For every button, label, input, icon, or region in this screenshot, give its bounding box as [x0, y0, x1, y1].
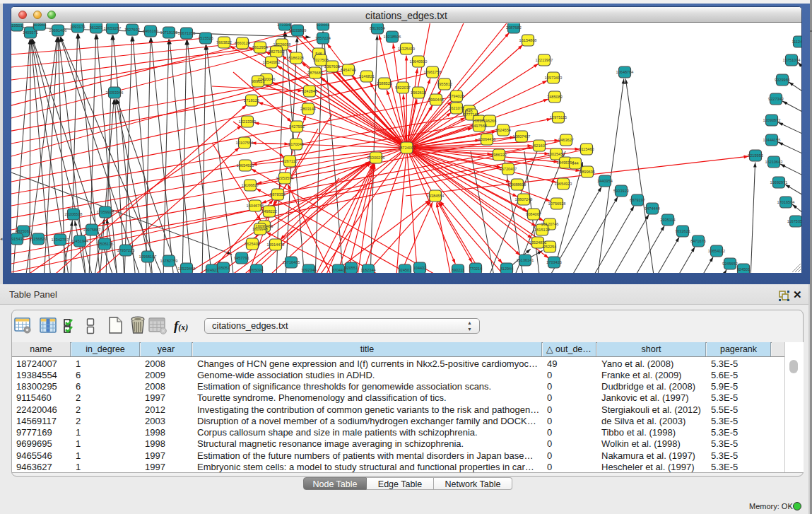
svg-text:7857224: 7857224 [315, 36, 331, 40]
svg-text:3267110: 3267110 [282, 159, 297, 163]
svg-text:9245652: 9245652 [722, 262, 738, 266]
svg-text:1733426: 1733426 [546, 260, 562, 264]
svg-text:104432: 104432 [413, 266, 427, 270]
svg-text:10671355: 10671355 [178, 31, 196, 35]
svg-text:12342757: 12342757 [52, 238, 69, 242]
svg-text:8813054: 8813054 [370, 26, 385, 30]
svg-text:9242848: 9242848 [302, 89, 317, 93]
svg-text:1615132: 1615132 [534, 228, 550, 232]
svg-text:7485083: 7485083 [547, 95, 563, 99]
svg-text:9227343: 9227343 [768, 97, 784, 101]
svg-text:8215953: 8215953 [748, 153, 763, 158]
svg-text:252254: 252254 [543, 245, 557, 249]
svg-text:11451944: 11451944 [71, 239, 88, 243]
svg-text:16154808: 16154808 [519, 38, 537, 42]
svg-text:16961758: 16961758 [424, 70, 442, 74]
svg-text:2803144: 2803144 [300, 107, 316, 111]
svg-text:19218506: 19218506 [384, 35, 401, 39]
svg-text:924501: 924501 [737, 267, 751, 271]
svg-text:11325419: 11325419 [398, 47, 415, 51]
svg-text:19975887: 19975887 [83, 228, 101, 232]
svg-text:13640910: 13640910 [410, 59, 428, 64]
svg-text:6466160: 6466160 [143, 29, 158, 33]
svg-text:8427552: 8427552 [289, 124, 305, 129]
svg-text:961203: 961203 [90, 25, 103, 30]
svg-text:12093872: 12093872 [763, 118, 781, 122]
svg-text:9084067: 9084067 [526, 212, 541, 216]
svg-text:203941: 203941 [33, 23, 47, 27]
svg-text:10107554: 10107554 [236, 141, 254, 145]
svg-text:17957225: 17957225 [117, 248, 135, 252]
svg-text:12505135: 12505135 [96, 242, 114, 246]
svg-text:1182344: 1182344 [360, 268, 375, 272]
svg-text:7515526: 7515526 [198, 36, 213, 40]
svg-text:546: 546 [315, 52, 322, 56]
svg-text:8912954: 8912954 [252, 45, 268, 49]
svg-text:105051: 105051 [217, 266, 230, 270]
svg-text:25300295: 25300295 [367, 156, 385, 160]
svg-text:5822037: 5822037 [395, 86, 411, 90]
svg-text:644: 644 [572, 161, 578, 165]
svg-text:1440954: 1440954 [597, 179, 613, 183]
svg-text:3875685: 3875685 [307, 71, 323, 75]
svg-text:10756928: 10756928 [548, 201, 566, 206]
svg-text:10958107: 10958107 [139, 255, 157, 259]
svg-text:17359928: 17359928 [97, 210, 114, 214]
svg-text:10719155: 10719155 [160, 30, 178, 35]
svg-text:15751074: 15751074 [783, 58, 801, 62]
svg-text:8454749: 8454749 [341, 68, 356, 72]
svg-text:893211: 893211 [452, 268, 464, 272]
svg-text:3915437: 3915437 [11, 237, 25, 241]
svg-text:5878352: 5878352 [270, 192, 286, 197]
svg-text:10973493: 10973493 [545, 76, 563, 80]
svg-text:9327508: 9327508 [313, 58, 329, 62]
svg-text:7955812: 7955812 [437, 82, 452, 86]
svg-text:20206538: 20206538 [65, 212, 83, 216]
svg-text:1609948: 1609948 [252, 227, 268, 231]
svg-text:62160: 62160 [534, 144, 545, 148]
svg-text:19654925: 19654925 [237, 163, 254, 168]
svg-text:1588520: 1588520 [377, 81, 392, 86]
svg-text:20691406: 20691406 [49, 28, 67, 33]
svg-text:10025453: 10025453 [548, 152, 565, 156]
svg-text:9899695: 9899695 [579, 170, 595, 174]
svg-text:9329966: 9329966 [775, 78, 790, 82]
svg-text:12213967: 12213967 [536, 58, 553, 62]
svg-text:6794028: 6794028 [449, 94, 464, 98]
svg-text:1616: 1616 [475, 119, 483, 123]
svg-text:1405571: 1405571 [23, 30, 38, 35]
svg-text:920551: 920551 [345, 266, 358, 270]
svg-text:15136141: 15136141 [517, 258, 534, 262]
svg-text:1092344: 1092344 [301, 268, 317, 272]
svg-text:5933923: 5933923 [613, 189, 629, 193]
svg-text:11675356: 11675356 [787, 219, 801, 223]
svg-text:16046756: 16046756 [247, 204, 264, 208]
svg-text:812944: 812944 [500, 267, 514, 271]
svg-text:16033809: 16033809 [289, 28, 307, 33]
svg-text:9146821: 9146821 [359, 74, 375, 78]
svg-text:989653: 989653 [252, 79, 265, 83]
svg-text:9777169: 9777169 [464, 112, 479, 117]
svg-text:924501: 924501 [399, 268, 412, 272]
svg-text:10688609: 10688609 [509, 182, 526, 187]
svg-text:1562615: 1562615 [411, 90, 426, 95]
svg-text:8990448: 8990448 [428, 98, 444, 102]
svg-text:12975115: 12975115 [550, 115, 567, 119]
svg-text:8186328: 8186328 [288, 56, 304, 60]
svg-text:7986322: 7986322 [491, 153, 507, 157]
svg-text:2935114: 2935114 [660, 218, 675, 222]
svg-text:765034: 765034 [250, 268, 264, 272]
svg-text:16120746: 16120746 [541, 222, 559, 226]
svg-text:1527602: 1527602 [124, 28, 140, 32]
svg-text:11156829: 11156829 [30, 237, 47, 241]
svg-text:10653287: 10653287 [104, 26, 122, 30]
svg-text:9457791: 9457791 [234, 256, 249, 260]
svg-text:12353594: 12353594 [276, 176, 294, 180]
svg-text:746266: 746266 [483, 119, 497, 123]
svg-text:3624554: 3624554 [495, 128, 511, 132]
svg-text:10648784: 10648784 [616, 70, 634, 74]
svg-text:8660124: 8660124 [235, 41, 250, 45]
svg-text:7663822: 7663822 [216, 40, 232, 45]
svg-text:9115460: 9115460 [579, 147, 594, 151]
svg-text:18724007: 18724007 [398, 146, 416, 150]
